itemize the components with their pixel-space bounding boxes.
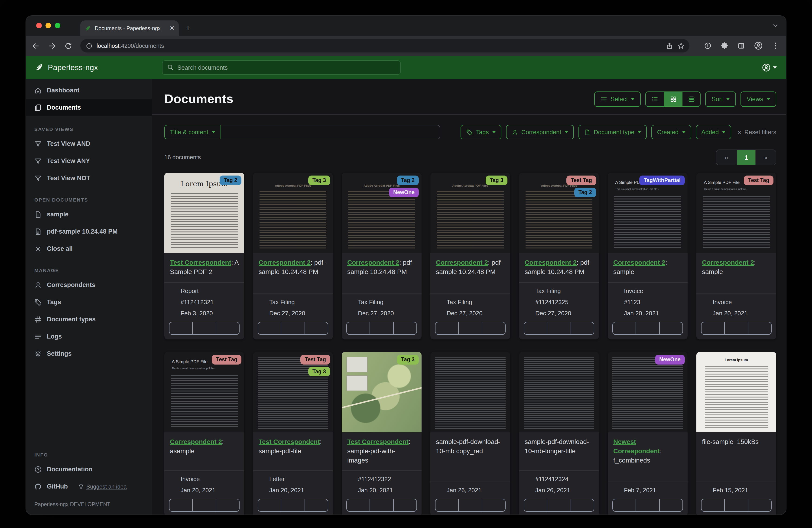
tag-badge[interactable]: Tag 2 <box>574 188 596 197</box>
sidebar-item-tags[interactable]: Tags <box>26 294 152 311</box>
sort-button[interactable]: Sort <box>706 91 736 107</box>
select-button[interactable]: Select <box>594 91 641 107</box>
zoom-window-button[interactable] <box>55 23 60 28</box>
tag-badge[interactable]: Tag 3 <box>308 367 330 376</box>
filter-correspondent-button[interactable]: Correspondent <box>506 125 574 139</box>
download-button[interactable] <box>659 322 682 334</box>
view-button[interactable] <box>370 322 393 334</box>
extension-badge-icon[interactable] <box>704 42 712 50</box>
edit-button[interactable] <box>435 499 459 512</box>
site-info-icon[interactable] <box>86 42 92 49</box>
filter-query-input[interactable] <box>221 125 440 139</box>
tag-badge[interactable]: Tag 2 <box>397 175 419 185</box>
tag-badge[interactable]: NewOne <box>389 188 419 197</box>
tag-badge[interactable]: Test Tag <box>744 175 773 185</box>
document-type-row[interactable]: Report <box>170 287 238 294</box>
share-icon[interactable] <box>666 42 673 49</box>
edit-button[interactable] <box>170 322 192 334</box>
edit-button[interactable] <box>347 499 370 512</box>
close-window-button[interactable] <box>36 23 42 28</box>
sidebar-item-dashboard[interactable]: Dashboard <box>26 82 152 99</box>
card-thumbnail[interactable]: TagWithPartial A Simple PDF FileThis is … <box>608 173 687 253</box>
download-button[interactable] <box>659 499 682 512</box>
correspondent-link[interactable]: Newest Correspondent <box>613 438 660 455</box>
views-button[interactable]: Views <box>740 91 776 107</box>
view-button[interactable] <box>636 499 659 512</box>
sidebar-item-close-all[interactable]: Close all <box>26 240 152 257</box>
download-button[interactable] <box>570 499 594 512</box>
page-1-button[interactable]: 1 <box>737 150 755 165</box>
filter-created-button[interactable]: Created <box>652 125 691 139</box>
edit-button[interactable] <box>347 322 370 334</box>
edit-button[interactable] <box>170 499 192 512</box>
filter-field-button[interactable]: Title & content <box>164 125 221 139</box>
card-thumbnail[interactable]: Test Tag A Simple PDF FileThis is a smal… <box>696 173 776 253</box>
view-button[interactable] <box>370 499 393 512</box>
grid-view-button[interactable] <box>664 92 682 106</box>
correspondent-link[interactable]: Test Correspondent <box>170 259 231 266</box>
document-type-row[interactable]: Invoice <box>613 287 682 294</box>
card-thumbnail[interactable]: Tag 3 <box>342 352 422 432</box>
tag-badge[interactable]: Test Tag <box>212 355 242 364</box>
sidebar-item-sample[interactable]: sample <box>26 206 152 223</box>
prev-page-button[interactable]: « <box>716 150 737 165</box>
forward-button[interactable] <box>48 42 56 50</box>
list-view-button[interactable] <box>646 92 664 106</box>
document-type-row[interactable]: Letter <box>259 476 327 483</box>
download-button[interactable] <box>304 499 328 512</box>
user-menu[interactable] <box>762 63 786 72</box>
sidebar-item-test-view-and[interactable]: Test View AND <box>26 135 152 152</box>
download-button[interactable] <box>748 322 771 334</box>
correspondent-link[interactable]: Correspondent 2 <box>347 259 399 266</box>
global-search-input[interactable] <box>177 64 395 71</box>
card-thumbnail[interactable]: Tag 2 Lorem Ipsum <box>164 173 244 253</box>
tag-badge[interactable]: Test Tag <box>567 175 596 185</box>
edit-button[interactable] <box>435 322 459 334</box>
edit-button[interactable] <box>701 322 724 334</box>
edit-button[interactable] <box>258 322 281 334</box>
sidebar-item-test-view-any[interactable]: Test View ANY <box>26 152 152 170</box>
edit-button[interactable] <box>613 499 636 512</box>
sidebar-item-logs[interactable]: Logs <box>26 328 152 345</box>
tag-badge[interactable]: Test Tag <box>301 355 330 364</box>
sidebar-item-pdf-sample-10-24-48-pm[interactable]: pdf-sample 10.24.48 PM <box>26 223 152 240</box>
correspondent-link[interactable]: Correspondent 2 <box>259 259 310 266</box>
card-thumbnail[interactable]: Lorem ipsum <box>696 352 776 432</box>
view-button[interactable] <box>547 322 570 334</box>
correspondent-link[interactable]: Correspondent 2 <box>702 259 754 266</box>
view-button[interactable] <box>724 322 748 334</box>
tag-badge[interactable]: Tag 2 <box>220 175 242 185</box>
view-button[interactable] <box>547 499 570 512</box>
next-page-button[interactable]: » <box>755 150 776 165</box>
browser-profile-avatar[interactable] <box>754 41 763 50</box>
sidebar-item-correspondents[interactable]: Correspondents <box>26 276 152 294</box>
download-button[interactable] <box>393 499 417 512</box>
correspondent-link[interactable]: Correspondent 2 <box>525 259 577 266</box>
sidebar-item-documentation[interactable]: Documentation <box>26 461 152 478</box>
tab-close-icon[interactable]: ✕ <box>170 25 175 31</box>
card-thumbnail[interactable]: Tag 3 Adobe Acrobat PDF Files <box>253 173 333 253</box>
tag-badge[interactable]: NewOne <box>655 355 685 364</box>
document-type-row[interactable]: Tax Filing <box>347 298 416 305</box>
download-button[interactable] <box>216 499 239 512</box>
view-button[interactable] <box>724 499 748 512</box>
correspondent-link[interactable]: Test Correspondent <box>259 438 320 445</box>
download-button[interactable] <box>304 322 328 334</box>
download-button[interactable] <box>482 322 505 334</box>
brand[interactable]: Paperless-ngx <box>26 63 152 72</box>
download-button[interactable] <box>393 322 417 334</box>
sidebar-item-documents[interactable]: Documents <box>26 99 152 116</box>
view-button[interactable] <box>281 499 305 512</box>
card-thumbnail[interactable] <box>430 352 510 432</box>
edit-button[interactable] <box>613 322 636 334</box>
download-button[interactable] <box>748 499 771 512</box>
filter-doctype-button[interactable]: Document type <box>579 125 647 139</box>
document-type-row[interactable]: Tax Filing <box>525 287 593 294</box>
card-thumbnail[interactable] <box>519 352 599 432</box>
sidebar-item-document-types[interactable]: Document types <box>26 311 152 328</box>
tag-badge[interactable]: Tag 3 <box>485 175 507 185</box>
tag-badge[interactable]: Tag 3 <box>308 175 330 185</box>
view-button[interactable] <box>192 322 216 334</box>
tag-badge[interactable]: TagWithPartial <box>639 175 685 185</box>
download-button[interactable] <box>570 322 594 334</box>
